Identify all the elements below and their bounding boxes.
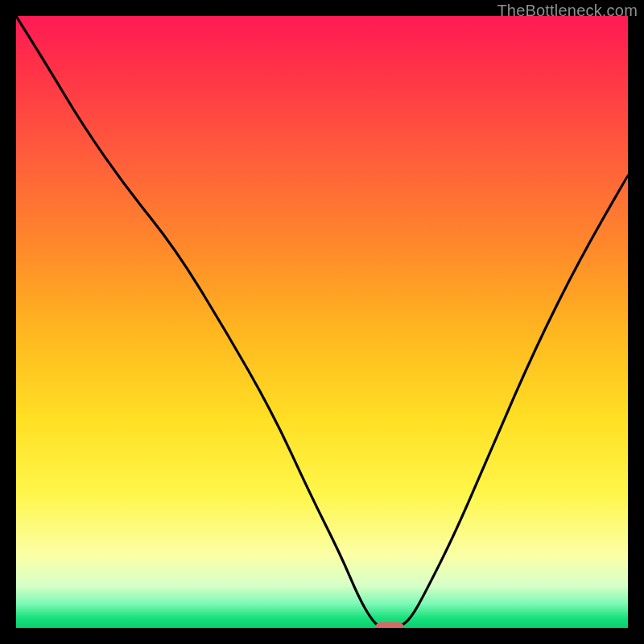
- chart-frame: TheBottleneck.com: [0, 0, 644, 644]
- optimum-marker: [375, 622, 404, 628]
- bottleneck-curve-path: [16, 16, 628, 628]
- plot-area: [16, 16, 628, 628]
- curve-svg: [16, 16, 628, 628]
